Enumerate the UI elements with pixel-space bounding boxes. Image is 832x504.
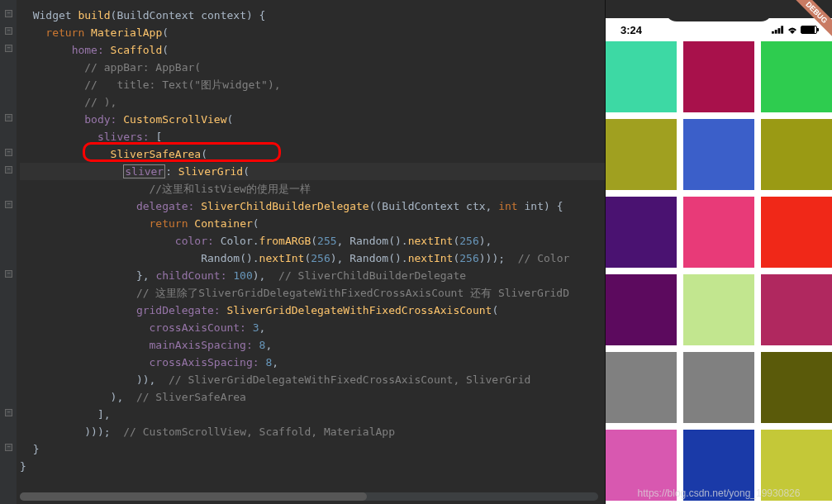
code-line[interactable]: }	[20, 440, 605, 458]
grid-cell[interactable]	[761, 352, 832, 423]
horizontal-scrollbar[interactable]	[20, 492, 598, 501]
grid-cell[interactable]	[606, 119, 677, 190]
code-line[interactable]: // ),	[20, 93, 605, 111]
fold-marker[interactable]: −	[5, 114, 12, 121]
code-line[interactable]: crossAxisSpacing: 8,	[20, 354, 605, 371]
fold-marker[interactable]: −	[5, 149, 12, 156]
grid-cell[interactable]	[683, 119, 754, 190]
fold-marker[interactable]: −	[5, 10, 12, 17]
code-line[interactable]: gridDelegate: SliverGridDelegateWithFixe…	[20, 302, 605, 319]
code-line[interactable]: return MaterialApp(	[20, 24, 605, 41]
watermark: https://blog.csdn.net/yong_19930826	[638, 487, 801, 499]
svg-rect-3	[781, 26, 783, 33]
grid-cell[interactable]	[761, 41, 832, 112]
fold-marker[interactable]: −	[5, 201, 12, 208]
code-line[interactable]: slivers: [	[20, 128, 605, 145]
grid-cell[interactable]	[606, 274, 677, 345]
grid-cell[interactable]	[683, 352, 754, 423]
svg-rect-2	[778, 28, 781, 34]
code-line[interactable]: mainAxisSpacing: 8,	[20, 336, 605, 354]
signal-icon	[772, 26, 784, 34]
code-line[interactable]: SliverSafeArea(	[20, 145, 605, 163]
code-area[interactable]: Widget build(BuildContext context) { ret…	[20, 7, 605, 475]
code-line[interactable]: ))); // CustomScrollView, Scaffold, Mate…	[20, 423, 605, 440]
grid-cell[interactable]	[683, 197, 754, 268]
code-line[interactable]: }	[20, 458, 605, 475]
battery-icon	[801, 26, 817, 34]
notch	[665, 0, 773, 21]
svg-rect-1	[775, 30, 777, 34]
code-line[interactable]: )), // SliverGridDelegateWithFixedCrossA…	[20, 371, 605, 388]
grid-cell[interactable]	[606, 197, 677, 268]
fold-marker[interactable]: −	[5, 166, 12, 174]
code-line[interactable]: delegate: SliverChildBuilderDelegate((Bu…	[20, 197, 605, 215]
code-line[interactable]: // title: Text("图片widget"),	[20, 76, 605, 93]
fold-marker[interactable]: −	[5, 45, 12, 52]
grid-cell[interactable]	[761, 274, 832, 345]
code-line[interactable]: color: Color.fromARGB(255, Random().next…	[20, 232, 605, 250]
fold-marker[interactable]: −	[5, 409, 12, 416]
phone-simulator: 3:24 DEBUG https://blog.csdn.net/yong_19…	[605, 0, 832, 504]
code-line[interactable]: // 这里除了SliverGridDelegateWithFixedCrossA…	[20, 284, 605, 302]
code-line[interactable]: // appBar: AppBar(	[20, 59, 605, 76]
grid-cell[interactable]	[683, 41, 754, 112]
code-line[interactable]: return Container(	[20, 215, 605, 232]
code-line[interactable]: body: CustomScrollView(	[20, 111, 605, 128]
code-line[interactable]: ],	[20, 406, 605, 423]
code-line[interactable]: crossAxisCount: 3,	[20, 319, 605, 336]
grid-cell[interactable]	[606, 352, 677, 423]
status-time: 3:24	[620, 24, 642, 36]
color-grid[interactable]	[606, 41, 832, 501]
grid-cell[interactable]	[606, 41, 677, 112]
grid-cell[interactable]	[683, 274, 754, 345]
code-line[interactable]: }, childCount: 100), // SliverChildBuild…	[20, 267, 605, 284]
code-editor[interactable]: −−−−−−−−−− Widget build(BuildContext con…	[0, 0, 605, 504]
code-line[interactable]: //这里和listView的使用是一样	[20, 180, 605, 197]
code-line[interactable]: ), // SliverSafeArea	[20, 388, 605, 406]
grid-cell[interactable]	[761, 197, 832, 268]
scrollbar-thumb[interactable]	[20, 492, 367, 501]
fold-marker[interactable]: −	[5, 270, 12, 278]
code-line[interactable]: Random().nextInt(256), Random().nextInt(…	[20, 250, 605, 267]
gutter: −−−−−−−−−−	[0, 0, 17, 504]
grid-cell[interactable]	[761, 119, 832, 190]
code-line[interactable]: Widget build(BuildContext context) {	[20, 7, 605, 24]
code-line[interactable]: sliver: SliverGrid(	[20, 163, 605, 180]
fold-marker[interactable]: −	[5, 27, 12, 35]
wifi-icon	[787, 26, 798, 34]
fold-marker[interactable]: −	[5, 444, 12, 451]
svg-rect-0	[772, 31, 774, 34]
status-bar: 3:24	[606, 18, 832, 41]
code-line[interactable]: home: Scaffold(	[20, 41, 605, 59]
